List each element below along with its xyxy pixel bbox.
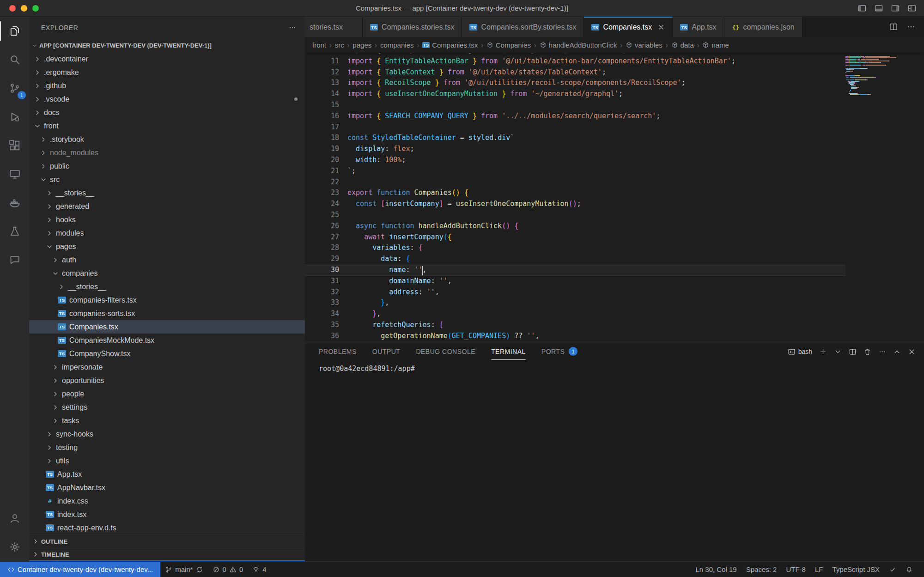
breadcrumb-item-name[interactable]: name (702, 41, 729, 49)
activity-test-flask[interactable] (0, 217, 29, 246)
code-line-18[interactable]: 18const StyledTableContainer = styled.di… (305, 133, 845, 144)
tree-item-generated[interactable]: generated (29, 200, 305, 213)
code-line-24[interactable]: 24 const [insertCompany] = useInsertOneC… (305, 199, 845, 210)
breadcrumb-item-handleAddButtonClick[interactable]: handleAddButtonClick (540, 41, 617, 49)
tree-item-testing[interactable]: testing (29, 441, 305, 454)
tree-item-__stories__[interactable]: __stories__ (29, 186, 305, 200)
branch-indicator[interactable]: main* (160, 562, 207, 577)
tree-item-docs[interactable]: docs (29, 106, 305, 119)
workspace-section-header[interactable]: APP [CONTAINER DEV-TWENTY-DEV (DEV-TWENT… (29, 39, 305, 52)
editor-more-actions-button[interactable] (906, 22, 916, 31)
customize-layout-button[interactable] (907, 4, 917, 13)
panel-tab-output[interactable]: OUTPUT (372, 343, 401, 360)
encoding-indicator[interactable]: UTF-8 (781, 562, 810, 577)
panel-tab-ports[interactable]: PORTS1 (541, 343, 578, 360)
code-line-14[interactable]: 14import { useInsertOneCompanyMutation }… (305, 89, 845, 100)
code-line-15[interactable]: 15 (305, 100, 845, 111)
tree-item-impersonate[interactable]: impersonate (29, 360, 305, 374)
code-line-32[interactable]: 32 address: '', (305, 287, 845, 298)
tree-item-node_modules[interactable]: node_modules (29, 146, 305, 159)
minimap[interactable] (845, 53, 919, 343)
tree-item-__stories__[interactable]: __stories__ (29, 280, 305, 293)
activity-source-control[interactable]: 1 (0, 74, 29, 103)
terminal-output[interactable]: root@0a42ecd84891:/app# (305, 360, 924, 561)
activity-docker[interactable] (0, 188, 29, 217)
terminal-profile[interactable]: bash (788, 348, 812, 356)
indentation-indicator[interactable]: Spaces: 2 (742, 562, 782, 577)
activity-accounts[interactable] (0, 504, 29, 533)
tab-companies.json[interactable]: {}companies.json (724, 17, 802, 37)
code-line-25[interactable]: 25 (305, 210, 845, 221)
tree-item-public[interactable]: public (29, 159, 305, 173)
kill-terminal-button[interactable] (863, 348, 871, 356)
tree-item-front[interactable]: front (29, 119, 305, 133)
formatter-indicator[interactable] (884, 562, 901, 577)
tab-Companies.sortBy.stories.tsx[interactable]: TSCompanies.sortBy.stories.tsx (462, 17, 584, 37)
code-line-21[interactable]: 21`; (305, 166, 845, 177)
code-editor[interactable]: 10import { WithTopBarContainer } from '@… (305, 53, 924, 343)
close-window-button[interactable] (9, 5, 16, 12)
tree-item-.ergomake[interactable]: .ergomake (29, 66, 305, 79)
code-line-20[interactable]: 20 width: 100%; (305, 155, 845, 166)
explorer-more-actions-button[interactable] (288, 24, 297, 32)
tree-item-utils[interactable]: utils (29, 454, 305, 468)
code-line-17[interactable]: 17 (305, 122, 845, 133)
panel-more-actions-button[interactable] (878, 348, 886, 356)
tree-item-react-app-env.d.ts[interactable]: TSreact-app-env.d.ts (29, 521, 305, 534)
breadcrumb-item-pages[interactable]: pages (353, 41, 371, 49)
code-line-26[interactable]: 26 async function handleAddButtonClick()… (305, 221, 845, 232)
activity-search[interactable] (0, 45, 29, 74)
toggle-secondary-sidebar-button[interactable] (891, 4, 900, 13)
toggle-panel-button[interactable] (874, 4, 883, 13)
breadcrumb-item-front[interactable]: front (312, 41, 326, 49)
problems-indicator[interactable]: 0 0 (208, 562, 248, 577)
panel-tab-problems[interactable]: PROBLEMS (319, 343, 357, 360)
tab-App.tsx[interactable]: TSApp.tsx (673, 17, 724, 37)
ports-indicator[interactable]: 4 (248, 562, 271, 577)
zoom-window-button[interactable] (32, 5, 39, 12)
code-line-23[interactable]: 23export function Companies() { (305, 188, 845, 199)
tree-item-auth[interactable]: auth (29, 253, 305, 267)
tree-item-pages[interactable]: pages (29, 240, 305, 253)
code-line-22[interactable]: 22 (305, 177, 845, 188)
code-line-29[interactable]: 29 data: { (305, 254, 845, 265)
split-editor-button[interactable] (889, 22, 898, 31)
sidebar-section-timeline[interactable]: TIMELINE (29, 548, 305, 561)
breadcrumb-item-Companies[interactable]: Companies (486, 41, 531, 49)
remote-indicator[interactable]: Container dev-twenty-dev (dev-twenty-dev… (0, 562, 160, 577)
tree-item-index.css[interactable]: #index.css (29, 494, 305, 508)
breadcrumb-item-data[interactable]: data (671, 41, 694, 49)
tree-item-CompanyShow.tsx[interactable]: TSCompanyShow.tsx (29, 347, 305, 360)
code-line-28[interactable]: 28 variables: { (305, 243, 845, 254)
tree-item-.storybook[interactable]: .storybook (29, 133, 305, 146)
tree-item-modules[interactable]: modules (29, 226, 305, 240)
eol-indicator[interactable]: LF (810, 562, 828, 577)
tab-Companies.stories.tsx[interactable]: TSCompanies.stories.tsx (363, 17, 462, 37)
tree-item-.vscode[interactable]: .vscode (29, 92, 305, 106)
code-line-34[interactable]: 34 }, (305, 309, 845, 320)
panel-tab-terminal[interactable]: TERMINAL (491, 343, 526, 360)
cursor-position-indicator[interactable]: Ln 30, Col 19 (691, 562, 741, 577)
close-panel-button[interactable] (908, 348, 916, 356)
minimize-window-button[interactable] (21, 5, 27, 12)
tree-item-opportunities[interactable]: opportunities (29, 374, 305, 387)
code-line-36[interactable]: 36 getOperationName(GET_COMPANIES) ?? ''… (305, 331, 845, 342)
tree-item-companies[interactable]: companies (29, 267, 305, 280)
tree-item-AppNavbar.tsx[interactable]: TSAppNavbar.tsx (29, 481, 305, 494)
activity-remote-explorer[interactable] (0, 160, 29, 188)
tree-item-companies-sorts.tsx[interactable]: TScompanies-sorts.tsx (29, 307, 305, 320)
tree-item-settings[interactable]: settings (29, 401, 305, 414)
code-line-33[interactable]: 33 }, (305, 298, 845, 309)
close-tab-button[interactable] (657, 24, 665, 31)
code-line-27[interactable]: 27 await insertCompany({ (305, 232, 845, 243)
activity-run-debug[interactable] (0, 103, 29, 131)
terminal-profiles-dropdown[interactable] (834, 348, 842, 356)
code-line-13[interactable]: 13import { RecoilScope } from '@/ui/util… (305, 78, 845, 89)
panel-tab-debug-console[interactable]: DEBUG CONSOLE (416, 343, 475, 360)
notifications-indicator[interactable] (901, 562, 918, 577)
tree-item-CompaniesMockMode.tsx[interactable]: TSCompaniesMockMode.tsx (29, 334, 305, 347)
tree-item-companies-filters.tsx[interactable]: TScompanies-filters.tsx (29, 293, 305, 307)
activity-settings[interactable] (0, 533, 29, 561)
tree-item-sync-hooks[interactable]: sync-hooks (29, 427, 305, 441)
activity-extensions[interactable] (0, 131, 29, 160)
